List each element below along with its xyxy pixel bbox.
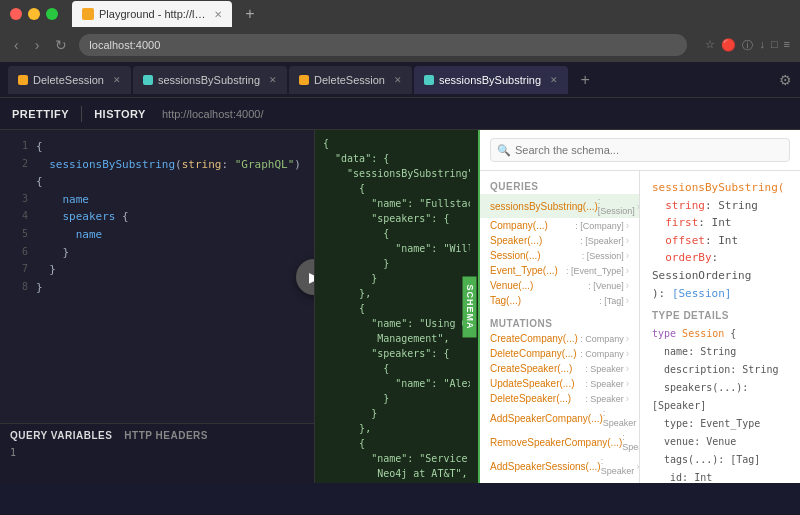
schema-mutation-create-speaker[interactable]: CreateSpeaker(...) : Speaker › xyxy=(480,361,639,376)
new-tab-button[interactable]: + xyxy=(238,2,262,26)
app-tab-close-3[interactable]: ✕ xyxy=(394,75,402,85)
schema-mutation-remove-speaker-sessions[interactable]: RemoveSpeakerSessions(...) : Speaker › xyxy=(480,478,639,483)
editor-line-8: 8 } xyxy=(0,279,314,297)
editor-line-5: 5 name xyxy=(0,226,314,244)
schema-query-sessions-by-substring[interactable]: sessionsBySubstring(...) : [Session] › xyxy=(480,194,639,218)
schema-detail: sessionsBySubstring( string: String firs… xyxy=(640,171,800,483)
forward-button[interactable]: › xyxy=(31,35,44,55)
minimize-button[interactable] xyxy=(28,8,40,20)
response-line: { xyxy=(323,436,470,451)
toolbar-url: http://localhost:4000/ xyxy=(162,108,264,120)
response-line: "name": "Service Impact, xyxy=(323,451,470,466)
app-tab-close-1[interactable]: ✕ xyxy=(113,75,121,85)
address-text: localhost:4000 xyxy=(89,39,160,51)
browser-tab-label: Playground - http://localhost:4 xyxy=(99,8,209,20)
search-icon: 🔍 xyxy=(497,144,511,157)
browser-icons: ☆ 🔴 ⓘ ↓ □ ≡ xyxy=(705,38,790,53)
app-tab-sessions-by-substring-2[interactable]: sessionsBySubstring ✕ xyxy=(414,66,568,94)
schema-mutation-add-speaker-company[interactable]: AddSpeakerCompany(...) : Speaker › xyxy=(480,406,639,430)
editor-line-1: 1 { xyxy=(0,138,314,156)
query-editor[interactable]: 1 { 2 sessionsBySubstring(string: "Graph… xyxy=(0,130,314,423)
tab-favicon-orange xyxy=(18,75,28,85)
response-line: { xyxy=(323,226,470,241)
app-tab-delete-session-1[interactable]: DeleteSession ✕ xyxy=(8,66,131,94)
history-button[interactable]: HISTORY xyxy=(94,108,146,120)
schema-tab[interactable]: SCHEMA xyxy=(462,276,476,337)
toolbar-divider xyxy=(81,106,82,122)
schema-body: QUERIES sessionsBySubstring(...) : [Sess… xyxy=(480,171,800,483)
browser-tab-playground[interactable]: Playground - http://localhost:4 ✕ xyxy=(72,1,232,27)
type-detail-block: type Session { name: String description:… xyxy=(652,325,788,483)
app-tab-label-1: DeleteSession xyxy=(33,74,104,86)
star-icon[interactable]: ☆ xyxy=(705,38,715,53)
schema-mutation-delete-speaker[interactable]: DeleteSpeaker(...) : Speaker › xyxy=(480,391,639,406)
extension-icon2: ⓘ xyxy=(742,38,753,53)
query-panel: 1 { 2 sessionsBySubstring(string: "Graph… xyxy=(0,130,315,483)
app-container: DeleteSession ✕ sessionsBySubstring ✕ De… xyxy=(0,62,800,483)
response-line: "data": { xyxy=(323,151,470,166)
schema-panel: 🔍 QUERIES sessionsBySubstring(...) : [Se… xyxy=(480,130,800,483)
response-line: { xyxy=(323,136,470,151)
extension-icon4: □ xyxy=(771,38,778,53)
queries-section-title: QUERIES xyxy=(480,177,639,194)
response-line: "name": "Will Lyon xyxy=(323,241,470,256)
schema-query-tag[interactable]: Tag(...) : [Tag] › xyxy=(480,293,639,308)
prettify-button[interactable]: PRETTIFY xyxy=(12,108,69,120)
editor-line-4: 4 speakers { xyxy=(0,208,314,226)
add-tab-button[interactable]: + xyxy=(574,69,596,91)
settings-icon[interactable]: ⚙ xyxy=(779,72,792,88)
back-button[interactable]: ‹ xyxy=(10,35,23,55)
schema-mutation-remove-speaker-company[interactable]: RemoveSpeakerCompany(...) : Speaker › xyxy=(480,430,639,454)
schema-query-event-type[interactable]: Event_Type(...) : [Event_Type] › xyxy=(480,263,639,278)
app-tab-delete-session-2[interactable]: DeleteSession ✕ xyxy=(289,66,412,94)
schema-detail-title: sessionsBySubstring( string: String firs… xyxy=(652,179,788,302)
schema-mutation-delete-company[interactable]: DeleteCompany(...) : Company › xyxy=(480,346,639,361)
editor-line-3: 3 name xyxy=(0,191,314,209)
response-content: { "data": { "sessionsBySubstring": [: { … xyxy=(315,130,478,483)
schema-query-company[interactable]: Company(...) : [Company] › xyxy=(480,218,639,233)
http-headers-tab[interactable]: HTTP HEADERS xyxy=(124,430,208,441)
schema-mutation-update-speaker[interactable]: UpdateSpeaker(...) : Speaker › xyxy=(480,376,639,391)
app-tab-close-2[interactable]: ✕ xyxy=(269,75,277,85)
schema-mutation-add-speaker-sessions[interactable]: AddSpeakerSessions(...) : Speaker › xyxy=(480,454,639,478)
reload-button[interactable]: ↻ xyxy=(51,35,71,55)
schema-query-venue[interactable]: Venue(...) : [Venue] › xyxy=(480,278,639,293)
response-line: } xyxy=(323,256,470,271)
mutations-section-title: MUTATIONS xyxy=(480,314,639,331)
schema-query-speaker[interactable]: Speaker(...) : [Speaker] › xyxy=(480,233,639,248)
browser-tab-close[interactable]: ✕ xyxy=(214,9,222,20)
main-content: 1 { 2 sessionsBySubstring(string: "Graph… xyxy=(0,130,800,483)
schema-list: QUERIES sessionsBySubstring(...) : [Sess… xyxy=(480,171,640,483)
app-tabs: DeleteSession ✕ sessionsBySubstring ✕ De… xyxy=(0,62,800,98)
tab-favicon-orange-2 xyxy=(299,75,309,85)
response-line: Management", xyxy=(323,331,470,346)
schema-mutation-create-company[interactable]: CreateCompany(...) : Company › xyxy=(480,331,639,346)
app-tab-label-2: sessionsBySubstring xyxy=(158,74,260,86)
app-tab-close-4[interactable]: ✕ xyxy=(550,75,558,85)
response-line: "speakers": { xyxy=(323,211,470,226)
query-bottom: QUERY VARIABLES HTTP HEADERS 1 xyxy=(0,423,314,483)
schema-search: 🔍 xyxy=(480,130,800,171)
maximize-button[interactable] xyxy=(46,8,58,20)
address-bar-container: ‹ › ↻ localhost:4000 ☆ 🔴 ⓘ ↓ □ ≡ xyxy=(0,28,800,62)
response-line: { xyxy=(323,361,470,376)
query-variables-tab[interactable]: QUERY VARIABLES xyxy=(10,430,112,441)
play-btn-container: ▶ xyxy=(296,259,314,295)
app-tab-sessions-by-substring-1[interactable]: sessionsBySubstring ✕ xyxy=(133,66,287,94)
response-line: "sessionsBySubstring": [: xyxy=(323,166,470,181)
response-line: } xyxy=(323,271,470,286)
extension-icon5: ≡ xyxy=(784,38,790,53)
editor-line-2: 2 sessionsBySubstring(string: "GraphQL")… xyxy=(0,156,314,191)
editor-line-6: 6 } xyxy=(0,244,314,262)
address-input[interactable]: localhost:4000 xyxy=(79,34,687,56)
browser-titlebar: Playground - http://localhost:4 ✕ + xyxy=(0,0,800,28)
run-query-button[interactable]: ▶ xyxy=(296,259,314,295)
type-details-section-header: TYPE DETAILS xyxy=(652,310,788,321)
close-button[interactable] xyxy=(10,8,22,20)
response-line: "name": "Alex Babea xyxy=(323,376,470,391)
response-line: "speakers": { xyxy=(323,481,470,483)
schema-query-session[interactable]: Session(...) : [Session] › xyxy=(480,248,639,263)
response-line: }, xyxy=(323,421,470,436)
response-line: "speakers": { xyxy=(323,346,470,361)
schema-search-input[interactable] xyxy=(490,138,790,162)
